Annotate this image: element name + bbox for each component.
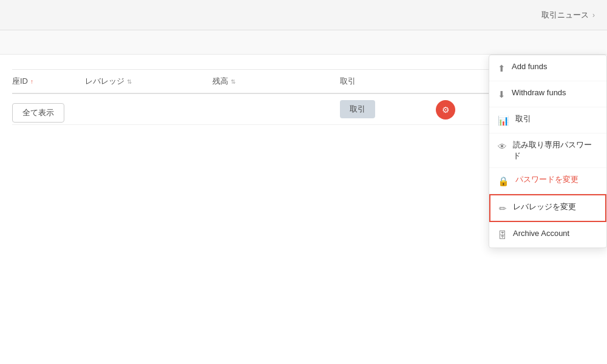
top-bar: 取引ニュース › bbox=[0, 0, 607, 30]
main-content: 座ID ↑ レバレッジ ⇅ 残高 ⇅ 取引 取引 bbox=[0, 55, 607, 135]
dropdown-item-trade[interactable]: 📊 取引 bbox=[489, 107, 606, 133]
dropdown-item-change-password[interactable]: 🔒 パスワードを変更 bbox=[489, 168, 606, 194]
col-trade-label: 取引 bbox=[340, 76, 356, 87]
trade-icon: 📊 bbox=[498, 114, 509, 127]
trade-button[interactable]: 取引 bbox=[340, 100, 375, 118]
dropdown-item-change-leverage[interactable]: ✏ レバレッジを変更 bbox=[489, 194, 606, 222]
dropdown-item-archive-account[interactable]: 🗄 Archive Account bbox=[489, 222, 606, 248]
change-leverage-icon: ✏ bbox=[499, 202, 507, 215]
news-label: 取引ニュース bbox=[541, 10, 589, 21]
col-header-balance[interactable]: 残高 ⇅ bbox=[212, 76, 340, 87]
change-password-label: パスワードを変更 bbox=[515, 174, 598, 185]
col-header-trade: 取引 bbox=[340, 76, 467, 87]
dropdown-item-withdraw-funds[interactable]: ⬇ Withdraw funds bbox=[489, 81, 606, 107]
add-funds-label: Add funds bbox=[512, 61, 598, 72]
gear-button[interactable]: ⚙ bbox=[436, 100, 455, 120]
change-leverage-label: レバレッジを変更 bbox=[513, 201, 597, 212]
withdraw-funds-icon: ⬇ bbox=[498, 88, 506, 101]
dropdown-menu: ⬆ Add funds ⬇ Withdraw funds 📊 取引 👁 読み取り… bbox=[489, 55, 607, 248]
readonly-password-label: 読み取り専用パスワード bbox=[513, 140, 598, 161]
sub-bar bbox=[0, 30, 607, 55]
dropdown-item-add-funds[interactable]: ⬆ Add funds bbox=[489, 55, 606, 81]
sort-up-icon: ↑ bbox=[30, 78, 33, 85]
show-all-button[interactable]: 全て表示 bbox=[12, 103, 64, 123]
add-funds-icon: ⬆ bbox=[498, 62, 506, 75]
col-balance-label: 残高 bbox=[212, 76, 228, 87]
withdraw-funds-label: Withdraw funds bbox=[512, 87, 598, 98]
news-arrow: › bbox=[592, 11, 595, 19]
col-leverage-label: レバレッジ bbox=[85, 76, 124, 87]
dropdown-item-readonly-password[interactable]: 👁 読み取り専用パスワード bbox=[489, 133, 606, 168]
sort-both-icon-2: ⇅ bbox=[231, 78, 236, 85]
col-id-label: 座ID bbox=[12, 76, 28, 87]
col-header-id[interactable]: 座ID ↑ bbox=[12, 76, 85, 87]
col-header-leverage[interactable]: レバレッジ ⇅ bbox=[85, 76, 212, 87]
readonly-password-icon: 👁 bbox=[498, 140, 507, 153]
archive-account-label: Archive Account bbox=[513, 228, 598, 239]
news-link[interactable]: 取引ニュース › bbox=[541, 10, 595, 21]
change-password-icon: 🔒 bbox=[498, 175, 509, 187]
trade-label: 取引 bbox=[515, 113, 598, 124]
archive-account-icon: 🗄 bbox=[498, 229, 507, 241]
sort-both-icon-1: ⇅ bbox=[127, 78, 132, 85]
gear-icon: ⚙ bbox=[442, 105, 450, 115]
row-action-cell: 取引 ⚙ bbox=[340, 100, 467, 118]
